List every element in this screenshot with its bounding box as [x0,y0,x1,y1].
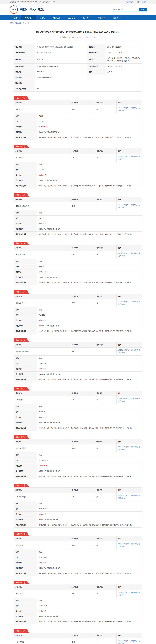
table-row: 无线语音终端1 10.00 只 20251009附件1：货物类响应偏离表.doc… [14,444,142,452]
product-unit: 台 [95,638,117,644]
attachment-link[interactable]: 20251009附件1：货物类响应偏离表.docx [118,591,140,596]
table-row: 成交总价 6230.00 元 [14,366,142,372]
brand-value: 湖山 [37,210,142,216]
nav-item[interactable]: 招投标 [36,15,49,20]
attachment-link[interactable]: 20251009附件1：货物类响应偏离表.docx [118,300,140,306]
product-name: 智慧运算中心 [14,299,70,307]
col-attachment: 附件 [117,342,142,347]
warranty-value: 验收合格之日起3年提供原厂质保。质保期内，非人为因素产品出现质量问题，由乙方进行… [37,328,142,334]
price-value: 4400.00 [39,416,44,418]
goods-table: 采购商品 采购数量 计量单位 附件 电源时序器1 1.00 台 20251009… [14,584,142,598]
nav-item[interactable]: 诚信公告 [64,15,79,20]
attachment-link[interactable]: 20251009附件1：货物类响应偏离表.docx [118,543,140,548]
supplier-label: 成交供应商 [14,517,37,522]
breadcrumb-item[interactable]: 首页 [10,22,13,24]
price-unit: 元 [45,368,46,370]
col-attachment: 附件 [117,245,142,250]
table-header-row: 采购商品 采购数量 计量单位 附件 [14,100,142,105]
table-row: 型号 DS-UT20W [14,603,142,608]
price-value: 2420.00 [39,174,44,176]
product-qty: 1.00 [70,348,95,356]
supplier-label: 成交供应商 [14,468,37,474]
brand-label: 品牌 [14,259,37,264]
col-product: 采购商品 [14,294,70,299]
attachment-link[interactable]: 20251009附件1：货物类响应偏离表.docx [118,204,140,209]
result-badge: 采购结果 4 [14,242,29,245]
table-row: 型号 DS-UT20W [14,554,142,560]
login-link[interactable]: 您好，请登录 [137,1,146,3]
col-product: 采购商品 [14,439,70,444]
nav-item[interactable]: 政策法规 [49,15,64,20]
search-input[interactable] [112,8,138,12]
table-row: 型号 WLYS02 [14,312,142,318]
col-product: 采购商品 [14,633,70,638]
attachment-link[interactable]: 20251009附件1：货物类响应偏离表.docx [118,494,140,499]
result-item-block: 采购结果 2 采购商品 采购数量 计量单位 附件 柱列扬声器 2.00 只 20… [14,145,142,188]
goods-table: 采购商品 采购数量 计量单位 附件 无线接收机 2.00 台 20251009附… [14,390,142,404]
result-badge: 采购结果 12 [14,629,29,633]
table-header-row: 采购商品 采购数量 计量单位 附件 [14,197,142,202]
model-label: 型号 [14,458,37,463]
product-unit: 台 [95,348,117,356]
model-value: AGX60 [37,264,142,269]
budget-value: 174400.00 [35,69,87,75]
goods-table: 采购商品 采购数量 计量单位 附件 数字会议系统主控机 1.00 台 20251… [14,342,142,356]
search-button[interactable]: 搜索 [138,8,146,12]
brand-label: 品牌 [14,113,37,118]
price-label: 成交总价 [14,414,37,420]
result-detail-table: 品牌 艾比森 型号 CPS1.8 成交总价 68360.00 元 成交供应商 陕… [14,113,142,140]
table-row: 品牌 湖山 [14,356,142,361]
col-qty: 采购数量 [70,536,95,541]
attachment-link[interactable]: 20251009附件1：货物类响应偏离表.docx [118,252,140,257]
supplier-register-link[interactable]: 供应商注册 [125,1,133,3]
col-attachment: 附件 [117,633,142,638]
nav-item[interactable]: 关于我们 [109,15,124,20]
supplier-label: 成交供应商 [14,323,37,328]
supplier-value: 陕西韶华云顶数字技术有限公司 [37,274,142,280]
table-row: 网络吸顶音箱 4.00 只 20251009附件1：货物类响应偏离表.docx [14,250,142,258]
attachment-link[interactable]: 20251009附件1：货物类响应偏离表.docx [118,446,140,451]
attachment-link[interactable]: 20251009附件1：货物类响应偏离表.docx [118,155,140,160]
nav-item[interactable]: 首页 [10,15,21,20]
nav-item[interactable]: 帮助中心 [94,15,109,20]
col-unit: 计量单位 [95,584,117,590]
product-name: 无线传声器 [14,541,70,549]
result-badge-label: 采购结果 [16,194,22,196]
result-item-block: 采购结果 1 采购商品 采购数量 计量单位 附件 LED 显示屏1 1.00 套… [14,96,142,140]
result-badge-label: 采购结果 [16,339,22,342]
warranty-value: 验收合格之日起3年提供原厂质保。质保期内，非人为因素产品出现质量问题，由乙方进行… [37,522,142,528]
table-row: 品牌 湖山 [14,452,142,458]
attachment-link[interactable]: 20251009附件1：货物类响应偏离表.docx [118,640,140,644]
supplier-label: 成交供应商 [14,178,37,183]
goods-table: 采购商品 采购数量 计量单位 附件 无线传声器 1.00 套 20251009附… [14,536,142,549]
table-row: 采购单位 西北大学 付款方式 合同生效后，待货物到达指定地点、安装调试验收合格后… [14,56,142,64]
result-badge: 采购结果 6 [14,338,29,342]
qualification-label: 供应商资质要求 [14,86,35,92]
result-detail-table: 品牌 湖山 型号 DS-UT20W 成交总价 3400.00 元 成交供应商 陕… [14,549,142,576]
nav-item[interactable]: 新闻资讯 [79,15,94,20]
warranty-label: 质保及售后服务 [14,425,37,430]
warranty-label: 质保及售后服务 [14,232,37,237]
publish-meta: 发布时间：2025-10-15 15:04:42 阅读量：1 次 [14,36,142,41]
supplier-value: 陕西韶华云顶数字技术有限公司 [37,565,142,570]
table-header-row: 采购商品 采购数量 计量单位 附件 [14,294,142,299]
brand-value: 湖山 [37,549,142,554]
table-row: 型号 CPS1.8 [14,118,142,124]
goods-table: 采购商品 采购数量 计量单位 附件 网络吸顶音箱 4.00 只 20251009… [14,245,142,258]
breadcrumb-item: 竞价结果 [23,22,29,24]
warranty-value: 验收合格之日起3年提供原厂质保。质保期内，非人为因素产品出现质量问题，由乙方进行… [37,619,142,624]
warranty-label: 质保及售后服务 [14,280,37,285]
breadcrumb-item[interactable]: 采购结果 [15,22,21,24]
table-row: 成交供应商 陕西韶华云顶数字技术有限公司 [14,274,142,280]
col-qty: 采购数量 [70,584,95,590]
table-header-row: 采购商品 采购数量 计量单位 附件 [14,633,142,638]
attachment-link[interactable]: 20251009附件1：货物类响应偏离表.docx [118,397,140,402]
buyer-label: 采购单位 [14,56,35,64]
product-name: 数字会议系统主控机 [14,348,70,356]
price-value: 6200.00 [39,222,44,224]
attachment-link[interactable]: 20251009附件1：货物类响应偏离表.docx [118,349,140,354]
attachment-link[interactable]: 20251009附件1：货物类响应偏离表.docx [118,106,140,112]
price-label: 成交总价 [14,512,37,517]
result-badge: 采购结果 2 [14,145,29,148]
nav-item[interactable]: 竞价采购 [21,15,36,20]
